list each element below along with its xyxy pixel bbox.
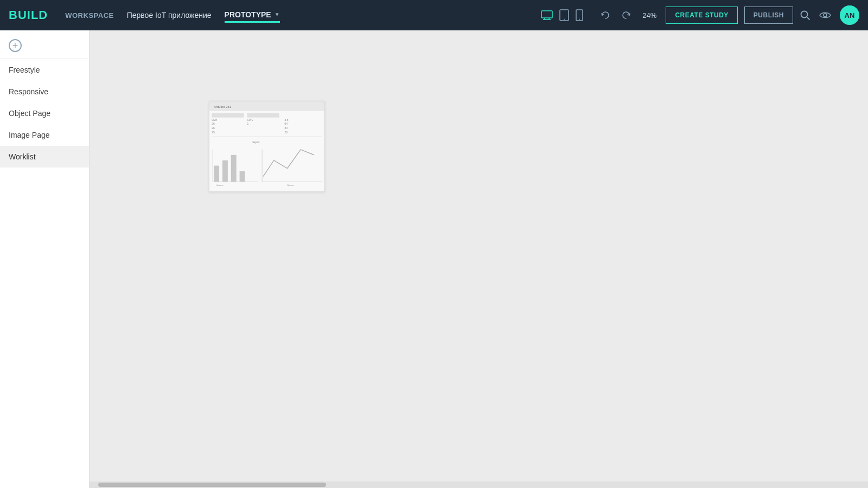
sidebar-item-worklist[interactable]: Worklist: [0, 146, 89, 168]
sidebar-item-responsive[interactable]: Responsive: [0, 81, 89, 102]
thumbnail-inner: Arduino 231 Имя Сеть 3.8 26 1 04 26 30: [209, 101, 324, 191]
publish-button[interactable]: PUBLISH: [744, 7, 793, 24]
sidebar-item-freestyle[interactable]: Freestyle: [0, 59, 89, 81]
desktop-icon[interactable]: [541, 10, 553, 20]
main: + Freestyle Responsive Object Page Image…: [0, 30, 868, 488]
sidebar-item-object-page[interactable]: Object Page: [0, 102, 89, 124]
logo: BUILD: [9, 8, 48, 22]
canvas-area[interactable]: Arduino 231 Имя Сеть 3.8 26 1 04 26 30: [90, 30, 868, 488]
svg-rect-28: [214, 166, 219, 182]
nav-project-title: Первое IoT приложение: [127, 11, 212, 20]
svg-text:Начало: Начало: [216, 184, 224, 187]
svg-text:Iнрut: Iнрut: [252, 140, 259, 144]
svg-text:30: 30: [285, 127, 288, 130]
svg-text:Arduino 231: Arduino 231: [214, 105, 231, 108]
svg-rect-14: [212, 113, 244, 118]
horizontal-scrollbar[interactable]: [90, 481, 868, 488]
svg-rect-15: [247, 113, 279, 118]
svg-text:04: 04: [285, 123, 288, 125]
device-icons: [541, 9, 583, 21]
tablet-icon[interactable]: [559, 9, 569, 21]
zoom-percent[interactable]: 24%: [640, 11, 659, 20]
nav-workspace[interactable]: WORKSPACE: [65, 11, 113, 20]
svg-text:Время: Время: [288, 184, 294, 187]
svg-text:Сеть: Сеть: [247, 119, 253, 121]
svg-text:1: 1: [247, 123, 248, 125]
svg-text:3.8: 3.8: [285, 119, 289, 121]
sidebar: + Freestyle Responsive Object Page Image…: [0, 30, 90, 488]
mobile-icon[interactable]: [576, 9, 583, 21]
redo-button[interactable]: [619, 8, 633, 22]
svg-point-5: [564, 19, 565, 20]
svg-text:Имя: Имя: [212, 119, 217, 121]
undo-button[interactable]: [598, 8, 612, 22]
preview-button[interactable]: [817, 9, 833, 22]
svg-line-9: [807, 17, 809, 20]
svg-rect-30: [231, 155, 237, 182]
header-right: 24% CREATE STUDY PUBLISH AN: [541, 5, 859, 25]
chevron-down-icon: ▼: [275, 11, 280, 17]
svg-rect-29: [222, 160, 228, 182]
sidebar-item-image-page[interactable]: Image Page: [0, 124, 89, 146]
svg-point-10: [824, 14, 827, 17]
svg-text:25: 25: [212, 131, 215, 134]
avatar[interactable]: AN: [840, 5, 859, 25]
prototype-label: PROTOTYPE: [225, 10, 271, 19]
svg-text:26: 26: [212, 123, 215, 125]
header: BUILD WORKSPACE Первое IoT приложение PR…: [0, 0, 868, 30]
create-study-button[interactable]: CREATE STUDY: [666, 7, 737, 24]
add-button[interactable]: +: [9, 39, 22, 52]
sidebar-add-section: +: [0, 35, 89, 59]
search-button[interactable]: [800, 10, 810, 21]
thumbnail-sketch: Arduino 231 Имя Сеть 3.8 26 1 04 26 30: [209, 101, 324, 191]
svg-rect-0: [541, 11, 552, 18]
svg-point-7: [579, 19, 580, 20]
svg-text:20: 20: [285, 131, 288, 134]
svg-text:26: 26: [212, 127, 215, 130]
svg-rect-31: [240, 171, 245, 182]
scrollbar-thumb[interactable]: [98, 483, 326, 487]
nav-prototype[interactable]: PROTOTYPE ▼: [225, 8, 280, 23]
page-thumbnail[interactable]: Arduino 231 Имя Сеть 3.8 26 1 04 26 30: [209, 101, 325, 192]
